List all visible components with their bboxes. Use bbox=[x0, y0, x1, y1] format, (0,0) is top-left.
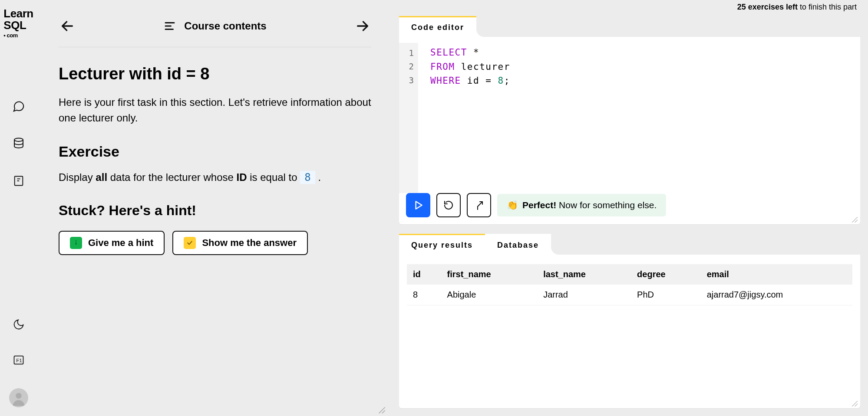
code-editor-panel: Code editor 1 2 3 SELECT * FROM lecturer… bbox=[399, 16, 860, 224]
svg-line-19 bbox=[855, 220, 858, 223]
cell-first-name: Abigale bbox=[441, 285, 538, 305]
reset-button[interactable] bbox=[436, 193, 461, 217]
svg-marker-16 bbox=[416, 201, 422, 209]
run-button[interactable] bbox=[406, 193, 430, 217]
exercises-tail: to finish this part bbox=[798, 3, 857, 11]
lesson-panel: Course contents Lecturer with id = 8 Her… bbox=[37, 0, 389, 416]
code-text: * bbox=[467, 47, 479, 58]
exercises-mid: exercises left bbox=[746, 3, 798, 11]
col-last-name: last_name bbox=[537, 264, 631, 285]
col-email: email bbox=[701, 264, 852, 285]
moon-icon[interactable] bbox=[11, 317, 26, 332]
code-editor[interactable]: 1 2 3 SELECT * FROM lecturer WHERE id = … bbox=[399, 37, 860, 193]
exercise-heading: Exercise bbox=[59, 143, 371, 160]
feedback-bold: Perfect! bbox=[522, 200, 556, 210]
code-text: id = bbox=[461, 75, 498, 86]
note-icon[interactable] bbox=[11, 174, 26, 188]
chat-icon[interactable] bbox=[11, 99, 26, 114]
sort-icon bbox=[163, 20, 176, 33]
cell-email: ajarrad7@jigsy.com bbox=[701, 285, 852, 305]
kw-from: FROM bbox=[430, 62, 455, 72]
exercises-remaining: 25 exercises left to finish this part bbox=[399, 0, 860, 16]
svg-point-6 bbox=[16, 393, 21, 399]
code-text: ; bbox=[504, 75, 510, 86]
course-contents-button[interactable]: Course contents bbox=[163, 20, 266, 33]
hint-button[interactable]: Give me a hint bbox=[59, 231, 165, 255]
kw-select: SELECT bbox=[430, 47, 467, 58]
col-id: id bbox=[407, 264, 441, 285]
cell-last-name: Jarrad bbox=[537, 285, 631, 305]
answer-button-label: Show me the answer bbox=[202, 237, 297, 249]
table-row: 8 Abigale Jarrad PhD ajarrad7@jigsy.com bbox=[407, 285, 852, 305]
hint-heading: Stuck? Here's a hint! bbox=[59, 203, 371, 219]
share-button[interactable] bbox=[467, 193, 491, 217]
svg-point-13 bbox=[76, 240, 76, 241]
course-contents-label: Course contents bbox=[184, 20, 266, 32]
avatar[interactable] bbox=[9, 388, 28, 407]
answer-button[interactable]: Show me the answer bbox=[172, 231, 308, 255]
svg-line-14 bbox=[379, 407, 385, 413]
col-degree: degree bbox=[631, 264, 701, 285]
exercise-prefix: Display bbox=[59, 171, 96, 183]
play-icon bbox=[413, 200, 424, 211]
check-icon bbox=[184, 237, 196, 249]
svg-line-21 bbox=[855, 404, 858, 406]
logo-line1: Learn bbox=[3, 8, 33, 20]
col-first-name: first_name bbox=[441, 264, 538, 285]
lesson-topnav: Course contents bbox=[59, 17, 371, 47]
line-number: 1 bbox=[399, 46, 414, 60]
line-gutter: 1 2 3 bbox=[399, 43, 418, 193]
cell-degree: PhD bbox=[631, 285, 701, 305]
svg-point-0 bbox=[14, 138, 23, 142]
info-icon bbox=[70, 237, 82, 249]
page-title: Lecturer with id = 8 bbox=[59, 65, 371, 83]
resize-handle-icon[interactable] bbox=[851, 400, 858, 406]
svg-line-20 bbox=[852, 401, 858, 406]
next-lesson-button[interactable] bbox=[354, 17, 371, 35]
exercise-bold-all: all bbox=[96, 171, 107, 183]
undo-icon bbox=[443, 200, 454, 210]
prev-lesson-button[interactable] bbox=[59, 17, 76, 35]
tab-code-editor[interactable]: Code editor bbox=[399, 16, 476, 37]
kw-where: WHERE bbox=[430, 75, 461, 86]
exercise-code-value: 8 bbox=[300, 171, 315, 184]
tab-query-results[interactable]: Query results bbox=[399, 234, 485, 255]
side-rail: Learn SQL • com F1 bbox=[0, 0, 37, 416]
code-number: 8 bbox=[498, 75, 504, 86]
feedback-rest: Now for something else. bbox=[556, 200, 657, 210]
results-table: id first_name last_name degree email 8 A… bbox=[407, 264, 852, 305]
database-icon[interactable] bbox=[11, 136, 26, 151]
tab-spacer bbox=[476, 16, 860, 37]
line-number: 2 bbox=[399, 60, 414, 73]
exercise-bold-id: ID bbox=[237, 171, 247, 183]
help-f1-icon[interactable]: F1 bbox=[11, 353, 26, 367]
right-column: 25 exercises left to finish this part Co… bbox=[389, 0, 868, 416]
tab-database[interactable]: Database bbox=[485, 234, 551, 255]
logo-dotcom: • com bbox=[3, 33, 33, 39]
exercise-mid: data for the lecturer whose bbox=[107, 171, 237, 183]
code-area[interactable]: SELECT * FROM lecturer WHERE id = 8; bbox=[418, 43, 510, 193]
exercise-end: . bbox=[315, 171, 321, 183]
resize-handle-icon[interactable] bbox=[377, 406, 385, 413]
cell-id: 8 bbox=[407, 285, 441, 305]
exercise-text: Display all data for the lecturer whose … bbox=[59, 170, 371, 185]
line-number: 3 bbox=[399, 74, 414, 87]
logo[interactable]: Learn SQL • com bbox=[3, 8, 33, 38]
redo-arrow-icon bbox=[474, 200, 484, 210]
tab-spacer bbox=[551, 234, 860, 255]
exercises-count: 25 bbox=[737, 3, 746, 11]
svg-line-15 bbox=[382, 410, 385, 413]
logo-line2: SQL bbox=[3, 20, 33, 31]
results-panel: Query results Database id first_name las… bbox=[399, 234, 860, 408]
exercise-after: is equal to bbox=[247, 171, 300, 183]
resize-handle-icon[interactable] bbox=[851, 216, 858, 223]
clap-icon: 👏 bbox=[507, 200, 518, 210]
table-header-row: id first_name last_name degree email bbox=[407, 264, 852, 285]
svg-text:F1: F1 bbox=[16, 357, 22, 363]
hint-button-label: Give me a hint bbox=[88, 237, 153, 249]
svg-line-18 bbox=[852, 217, 858, 223]
intro-text: Here is your first task in this section.… bbox=[59, 95, 371, 126]
code-text: lecturer bbox=[455, 62, 510, 72]
feedback-banner: 👏 Perfect! Now for something else. bbox=[497, 194, 666, 216]
